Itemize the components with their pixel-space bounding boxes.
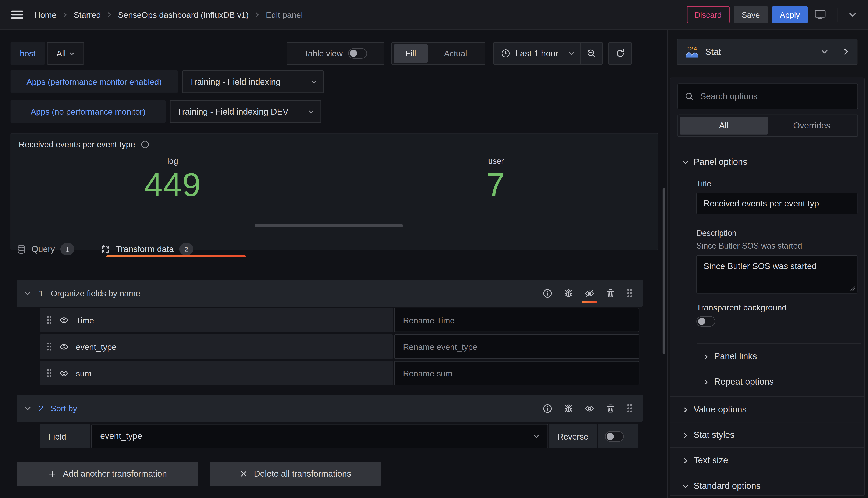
eye-off-icon[interactable] [584, 288, 594, 298]
category-stat-styles[interactable]: Stat styles [683, 430, 735, 440]
category-standard-options[interactable]: Standard options [683, 481, 761, 491]
drag-handle-icon[interactable] [627, 404, 633, 413]
eye-icon[interactable] [59, 368, 69, 378]
reverse-toggle[interactable] [605, 431, 624, 442]
tab-transform-data[interactable]: Transform data 2 [101, 243, 194, 255]
sort-field-label: Field [40, 424, 90, 448]
discard-button[interactable]: Discard [687, 6, 729, 23]
panel-type-picker[interactable]: 12.4 Stat [677, 39, 858, 65]
chevron-down-icon [533, 433, 540, 440]
table-view-toggle[interactable] [348, 48, 367, 59]
vertical-scrollbar-thumb[interactable] [663, 188, 666, 354]
filter-tab-all[interactable]: All [680, 117, 768, 134]
info-icon[interactable] [542, 403, 552, 413]
description-field-label: Description [696, 229, 736, 238]
chevron-down-icon[interactable] [24, 405, 31, 411]
category-panel-options[interactable]: Panel options [683, 157, 747, 167]
delete-all-transformations-button[interactable]: Delete all transformations [210, 462, 381, 486]
time-range-picker[interactable]: Last 1 hour [493, 42, 603, 65]
table-view-control: Table view [287, 42, 384, 65]
info-icon[interactable] [141, 140, 149, 149]
actual-option[interactable]: Actual [428, 44, 483, 63]
header-actions: Discard Save Apply [687, 6, 859, 23]
category-value-options[interactable]: Value options [683, 405, 747, 415]
monitor-tv-icon[interactable] [812, 7, 828, 22]
hamburger-menu-icon[interactable] [11, 10, 23, 19]
debug-bug-icon[interactable] [564, 403, 574, 413]
drag-handle-icon[interactable] [47, 316, 52, 325]
stat-user-label: user [488, 157, 504, 166]
rename-sum-input[interactable] [394, 361, 639, 385]
section-divider [670, 422, 865, 422]
chevron-right-icon [106, 12, 113, 18]
chevron-down-icon [69, 51, 75, 56]
rename-time-input[interactable] [394, 308, 639, 332]
variable-apps-perf-dropdown[interactable]: Training - Field indexing [182, 70, 324, 93]
zoom-out-time-icon[interactable] [580, 43, 602, 64]
chevron-down-icon[interactable] [24, 290, 31, 296]
search-options-input[interactable] [699, 91, 851, 102]
category-panel-links[interactable]: Panel links [703, 352, 757, 362]
fill-option[interactable]: Fill [394, 44, 428, 63]
breadcrumb-starred[interactable]: Starred [74, 10, 101, 19]
panel-description-textarea[interactable]: Since Butler SOS was started [696, 255, 857, 293]
chevron-down-icon [308, 109, 314, 114]
transformation-1-header[interactable]: 1 - Organize fields by name [16, 279, 643, 307]
drag-handle-icon[interactable] [627, 288, 633, 298]
stat-panel-preview: Received events per event type log 449 u… [11, 133, 658, 250]
chevron-down-icon[interactable] [846, 8, 859, 21]
breadcrumb: Home Starred SenseOps dashboard (InfluxD… [34, 10, 303, 19]
drag-handle-icon[interactable] [47, 342, 52, 351]
save-button[interactable]: Save [734, 6, 768, 23]
header-divider [837, 8, 838, 22]
transformation-1-title: 1 - Organize fields by name [39, 288, 542, 298]
panel-type-name: Stat [705, 47, 815, 57]
category-repeat-options-title: Repeat options [714, 377, 774, 387]
tab-query-label: Query [31, 244, 55, 254]
stat-panel-icon: 12.4 [685, 46, 699, 58]
variable-host-value-dropdown[interactable]: All [47, 42, 84, 65]
trash-icon[interactable] [606, 288, 616, 298]
trash-icon[interactable] [606, 403, 616, 413]
category-text-size[interactable]: Text size [683, 456, 728, 466]
tab-query[interactable]: Query 1 [16, 243, 74, 255]
filter-tab-overrides[interactable]: Overrides [768, 117, 856, 134]
field-name: event_type [76, 342, 117, 351]
variable-apps-noperf-dropdown[interactable]: Training - Field indexing DEV [170, 100, 321, 123]
section-divider [670, 447, 865, 448]
variable-label-apps-noperf[interactable]: Apps (no performance monitor) [11, 100, 166, 123]
chevron-down-icon [311, 79, 317, 84]
drag-handle-icon[interactable] [47, 369, 52, 378]
add-transformation-button[interactable]: Add another transformation [16, 462, 198, 486]
chevron-down-icon [683, 483, 689, 489]
collapse-options-pane-button[interactable] [835, 39, 857, 64]
reverse-toggle-container [598, 424, 638, 448]
rename-event-type-input[interactable] [394, 335, 639, 359]
sort-field-dropdown[interactable]: event_type [91, 424, 548, 448]
variable-label-apps-perf[interactable]: Apps (performance monitor enabled) [11, 70, 178, 93]
variable-label-host[interactable]: host [11, 42, 45, 65]
debug-bug-icon[interactable] [564, 288, 574, 298]
transformation-2-header[interactable]: 2 - Sort by [16, 395, 643, 422]
chevron-right-icon [683, 407, 689, 413]
reverse-label: Reverse [549, 424, 597, 448]
clock-icon [501, 49, 510, 58]
database-icon [16, 244, 26, 254]
transparent-background-toggle[interactable] [696, 316, 715, 327]
eye-icon[interactable] [59, 315, 69, 325]
eye-icon[interactable] [584, 403, 594, 413]
variable-apps-perf-value: Training - Field indexing [189, 77, 280, 87]
chevron-right-icon [703, 379, 709, 385]
field-name: sum [76, 368, 92, 378]
category-repeat-options[interactable]: Repeat options [703, 377, 774, 387]
apply-button[interactable]: Apply [772, 6, 807, 23]
info-icon[interactable] [542, 288, 552, 298]
breadcrumb-dashboard[interactable]: SenseOps dashboard (InfluxDB v1) [118, 10, 249, 19]
chevron-down-icon [568, 50, 575, 56]
refresh-button[interactable] [608, 42, 632, 65]
breadcrumb-home[interactable]: Home [34, 10, 56, 19]
panel-title-input[interactable] [696, 193, 857, 214]
eye-icon[interactable] [59, 342, 69, 351]
panel-resize-handle[interactable] [255, 224, 403, 227]
panel-options-pane: All Overrides Panel options Title Descri… [670, 78, 865, 496]
